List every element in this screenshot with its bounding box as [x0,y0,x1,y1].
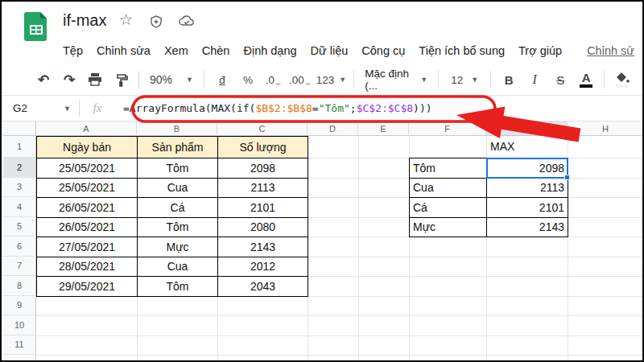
format-percent-button[interactable]: % [237,69,258,90]
sheets-logo-icon[interactable] [24,11,48,42]
cell-g1[interactable]: MAX [486,136,568,158]
print-button[interactable] [85,69,105,90]
column-header-h[interactable]: H [568,121,644,136]
menu-format[interactable]: Định dạng [243,44,296,57]
cell-c3[interactable]: 2113 [218,179,308,199]
menubar: Tệp Chỉnh sửa Xem Chèn Định dạng Dữ liệu… [63,39,642,63]
text-color-button[interactable]: A [576,69,597,90]
sales-table: Ngày bán Sản phẩm Số lượng 25/05/2021 Tô… [36,136,308,297]
format-currency-button[interactable]: đ [212,69,233,90]
chevron-down-icon: ▼ [420,76,427,84]
cell-b8[interactable]: Tôm [138,277,218,297]
redo-button[interactable]: ↷ [59,69,80,90]
column-header-cell[interactable]: Sản phẩm [138,137,218,158]
cell-a7[interactable]: 28/05/2021 [37,257,138,278]
menu-help[interactable]: Trợ giúp [518,44,562,57]
font-select[interactable]: Mặc định (... ▼ [361,69,431,90]
formula-part: = [312,102,319,114]
cloud-saved-icon[interactable] [179,14,195,30]
fill-color-button[interactable] [612,69,633,90]
cell-c4[interactable]: 2101 [218,198,308,218]
row-header-3[interactable]: 3 [3,178,36,198]
cell-f4[interactable]: Cá [410,198,487,218]
toolbar-divider [204,71,204,88]
menu-insert[interactable]: Chèn [202,44,230,57]
cell-b5[interactable]: Tôm [138,218,218,238]
select-all-corner[interactable] [3,121,36,136]
menu-edit[interactable]: Chỉnh sửa [97,44,151,57]
cell-b6[interactable]: Mực [138,237,218,257]
row-header-2[interactable]: 2 [3,158,36,178]
decrease-decimal-button[interactable]: .0 ← [263,69,284,90]
more-formats-button[interactable]: 123 ▼ [316,69,346,90]
undo-button[interactable]: ↶ [33,69,54,90]
cell-f3[interactable]: Cua [410,179,487,199]
column-header-f[interactable]: F [409,121,486,136]
increase-decimal-button[interactable]: .00 → [289,69,312,90]
cell-b2[interactable]: Tôm [138,158,218,179]
toolbar-divider [490,71,491,88]
italic-button[interactable]: I [524,69,545,90]
cell-c5[interactable]: 2080 [218,218,308,238]
sheets-app-window: if-max ☆ Tệp Chỉnh sửa Xem Chèn Định dạn… [0,0,644,362]
cell-a3[interactable]: 25/05/2021 [37,179,138,199]
move-to-drive-icon[interactable] [149,14,163,31]
cell-f5[interactable]: Mực [410,218,487,238]
last-edit-link[interactable]: Chỉnh sử [587,44,634,57]
row-header-11[interactable]: 11 [3,335,36,356]
cell-a5[interactable]: 26/05/2021 [37,218,138,238]
strikethrough-button[interactable]: S [550,69,571,90]
cell-a8[interactable]: 29/05/2021 [37,277,138,297]
toolbar-divider [438,71,439,88]
menu-tools[interactable]: Công cụ [361,44,405,57]
star-icon[interactable]: ☆ [119,13,133,27]
column-header-e[interactable]: E [358,121,409,136]
menu-file[interactable]: Tệp [63,44,83,57]
column-header-cell[interactable]: Số lượng [218,137,308,158]
cell-b7[interactable]: Cua [138,257,218,278]
column-header-d[interactable]: D [308,121,358,136]
cell-a2[interactable]: 25/05/2021 [37,158,138,179]
cell-c2[interactable]: 2098 [218,158,308,179]
paint-format-button[interactable] [110,69,131,90]
cell-b4[interactable]: Cá [138,198,218,218]
formula-range-b: $B$2:$B$8 [255,102,312,114]
row-header-4[interactable]: 4 [3,197,36,217]
column-header-b[interactable]: B [137,121,217,136]
cell-c7[interactable]: 2012 [218,257,308,278]
menu-addons[interactable]: Tiện ích bổ sung [419,44,505,57]
cell-f2[interactable]: Tôm [410,158,487,179]
bold-button[interactable]: B [498,69,519,90]
zoom-select[interactable]: 90% ▼ [147,69,196,90]
column-header-c[interactable]: C [217,121,308,136]
row-header-5[interactable]: 5 [3,217,36,237]
name-box[interactable]: G2 ▼ [2,102,79,114]
row-header-1[interactable]: 1 [3,136,36,158]
menu-view[interactable]: Xem [164,44,188,57]
row-header-12[interactable]: 12 [3,355,36,362]
column-header-g[interactable]: G [486,121,568,136]
row-header-9[interactable]: 9 [3,296,36,316]
row-header-8[interactable]: 8 [3,276,36,296]
column-header-a[interactable]: A [36,121,137,136]
document-title[interactable]: if-max [63,11,106,30]
font-size-select[interactable]: 12 ▼ [446,69,483,90]
cell-b3[interactable]: Cua [138,179,218,199]
active-cell-selection[interactable] [486,158,568,179]
cell-a6[interactable]: 27/05/2021 [37,237,138,257]
cell-c6[interactable]: 2143 [218,237,308,257]
fill-handle[interactable] [564,175,570,180]
cell-g4[interactable]: 2101 [487,198,568,218]
cell-g5[interactable]: 2143 [487,218,568,238]
column-header-cell[interactable]: Ngày bán [37,137,138,158]
cell-g3[interactable]: 2113 [487,179,568,199]
text-color-swatch [580,84,592,88]
row-header-7[interactable]: 7 [3,257,36,277]
row-header-6[interactable]: 6 [3,237,36,257]
cell-a4[interactable]: 26/05/2021 [37,198,138,218]
toolbar-divider [353,71,354,88]
row-header-10[interactable]: 10 [3,315,36,335]
cell-c8[interactable]: 2043 [218,277,308,297]
menu-data[interactable]: Dữ liệu [311,44,349,57]
formula-input[interactable]: =ArrayFormula(MAX(if($B$2:$B$8="Tôm";$C$… [115,102,432,114]
